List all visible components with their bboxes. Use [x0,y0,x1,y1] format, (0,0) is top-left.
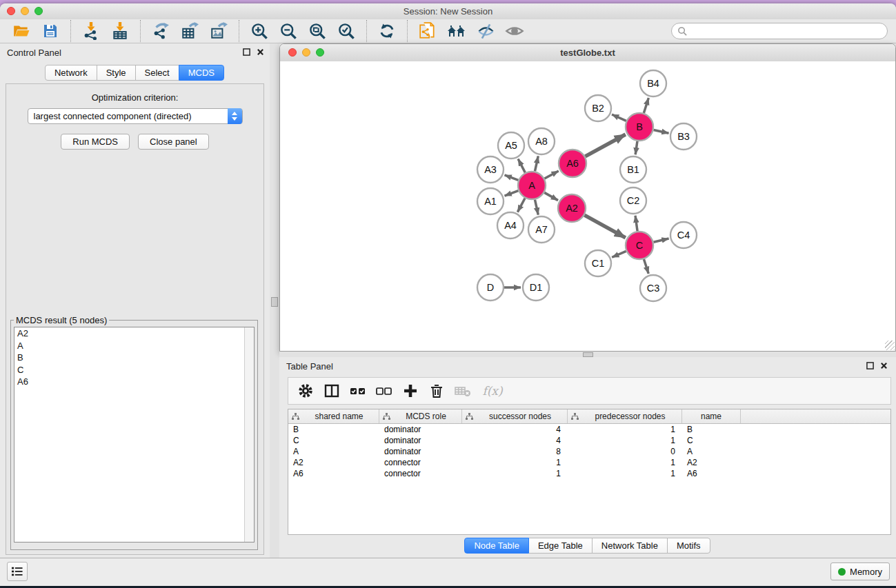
edge-A6-B[interactable] [585,134,625,156]
graph-node-A5[interactable]: A5 [498,132,524,159]
mcds-result-item[interactable]: A6 [14,376,254,388]
graph-node-C3[interactable]: C3 [640,275,666,301]
graph-node-A2[interactable]: A2 [558,194,586,222]
tab-style[interactable]: Style [97,65,136,81]
show-columns-icon[interactable] [322,381,341,401]
edge-A-A3[interactable] [505,175,519,181]
new-network-from-selection-icon[interactable] [417,21,438,41]
search-input[interactable] [688,26,882,37]
home-icon[interactable] [446,21,467,41]
edge-B-B2[interactable] [612,114,626,121]
network-canvas[interactable]: B4B2BB3A5A8A6B1A3AC2A1A2A4A7C4CC1C3DD1 [280,61,895,351]
edge-C-C2[interactable] [635,216,637,231]
open-file-icon[interactable] [11,21,32,41]
save-session-icon[interactable] [40,21,61,41]
refresh-icon[interactable] [377,21,397,41]
horizontal-split-divider[interactable] [279,352,896,357]
edge-A-A5[interactable] [518,159,525,173]
graph-node-B2[interactable]: B2 [585,95,611,121]
edge-C-C1[interactable] [612,251,626,257]
graph-node-B1[interactable]: B1 [620,156,646,183]
network-window-titlebar[interactable]: testGlobe.txt [280,44,895,62]
graph-node-B4[interactable]: B4 [640,70,666,97]
mcds-result-list[interactable]: A2ABCA6 [14,327,255,543]
graph-node-A3[interactable]: A3 [477,156,504,183]
graph-node-C2[interactable]: C2 [620,187,646,214]
criterion-select[interactable]: largest connected component (directed) [28,108,243,124]
export-image-icon[interactable] [208,21,229,41]
graph-node-D1[interactable]: D1 [523,274,549,301]
zoom-selected-icon[interactable] [336,21,357,41]
add-column-icon[interactable] [401,381,420,401]
edge-B-B1[interactable] [635,141,637,154]
table-row[interactable]: A6connector11A6 [288,468,890,479]
show-graphics-details-icon[interactable] [504,21,525,41]
edge-A-A8[interactable] [535,156,538,171]
result-scrollbar[interactable] [244,327,254,542]
column-header-MCDS-role[interactable]: MCDS role [379,409,462,423]
node-table[interactable]: shared nameMCDS rolesuccessor nodesprede… [288,409,891,535]
graph-node-B3[interactable]: B3 [670,123,697,150]
edge-A-A1[interactable] [505,191,519,196]
edge-C-C3[interactable] [644,259,648,274]
delete-table-icon[interactable] [453,381,472,401]
vertical-split-divider[interactable] [270,43,279,558]
graph-node-C1[interactable]: C1 [585,250,611,276]
graph-node-D[interactable]: D [477,274,504,301]
import-network-icon[interactable] [81,21,101,41]
column-header-successor-nodes[interactable]: successor nodes [462,409,568,423]
graph-node-A[interactable]: A [518,172,546,199]
column-header-shared-name[interactable]: shared name [288,409,379,423]
edge-A-A4[interactable] [517,199,525,212]
mcds-result-item[interactable]: B [14,352,254,364]
table-tab-node-table[interactable]: Node Table [464,538,529,554]
import-table-icon[interactable] [110,21,130,41]
tab-select[interactable]: Select [135,65,179,81]
graph-node-A7[interactable]: A7 [528,216,555,243]
mcds-result-item[interactable]: A2 [14,327,254,340]
table-tab-network-table[interactable]: Network Table [592,538,668,554]
zoom-out-icon[interactable] [278,21,299,41]
tab-network[interactable]: Network [45,65,97,81]
table-row[interactable]: Bdominator41B [288,424,890,435]
select-all-icon[interactable] [348,381,368,401]
edge-A-A6[interactable] [544,171,558,179]
table-row[interactable]: Adominator80A [288,446,890,457]
graph-node-C[interactable]: C [626,232,653,259]
tab-mcds[interactable]: MCDS [179,65,224,81]
edge-A2-C[interactable] [584,215,625,238]
float-panel-icon[interactable] [243,48,250,56]
search-field[interactable] [671,23,888,39]
function-builder-icon[interactable]: f(x) [479,381,506,401]
window-resize-grip[interactable] [885,341,895,350]
float-panel-icon[interactable] [866,362,874,369]
column-header-predecessor-nodes[interactable]: predecessor nodes [568,409,682,423]
delete-column-trash-icon[interactable] [427,381,446,401]
task-history-button[interactable] [7,562,28,581]
export-network-icon[interactable] [150,21,171,41]
close-panel-button[interactable]: Close panel [138,134,209,150]
graph-node-A1[interactable]: A1 [477,188,504,214]
graph-node-B[interactable]: B [626,113,653,141]
edge-B-B4[interactable] [644,98,648,113]
graph-node-A6[interactable]: A6 [559,150,586,177]
graph-node-C4[interactable]: C4 [670,222,697,248]
table-tab-motifs[interactable]: Motifs [667,538,710,554]
export-table-icon[interactable] [179,21,200,41]
table-row[interactable]: A2connector11A2 [288,457,890,468]
table-settings-gear-icon[interactable] [296,381,315,401]
unselect-all-icon[interactable] [375,381,394,401]
edge-B-B3[interactable] [654,130,669,133]
table-row[interactable]: Cdominator41C [288,435,890,446]
graph-node-A8[interactable]: A8 [528,128,555,154]
close-panel-icon[interactable] [880,362,888,369]
zoom-fit-icon[interactable] [307,21,328,41]
close-panel-icon[interactable] [257,48,264,56]
table-tab-edge-table[interactable]: Edge Table [528,538,593,554]
zoom-in-icon[interactable] [249,21,270,41]
memory-button[interactable]: Memory [830,562,890,580]
hide-visual-style-icon[interactable] [475,21,496,41]
edge-A-A2[interactable] [544,192,558,200]
edge-A-A7[interactable] [535,200,538,215]
divider-grip[interactable] [271,297,278,307]
